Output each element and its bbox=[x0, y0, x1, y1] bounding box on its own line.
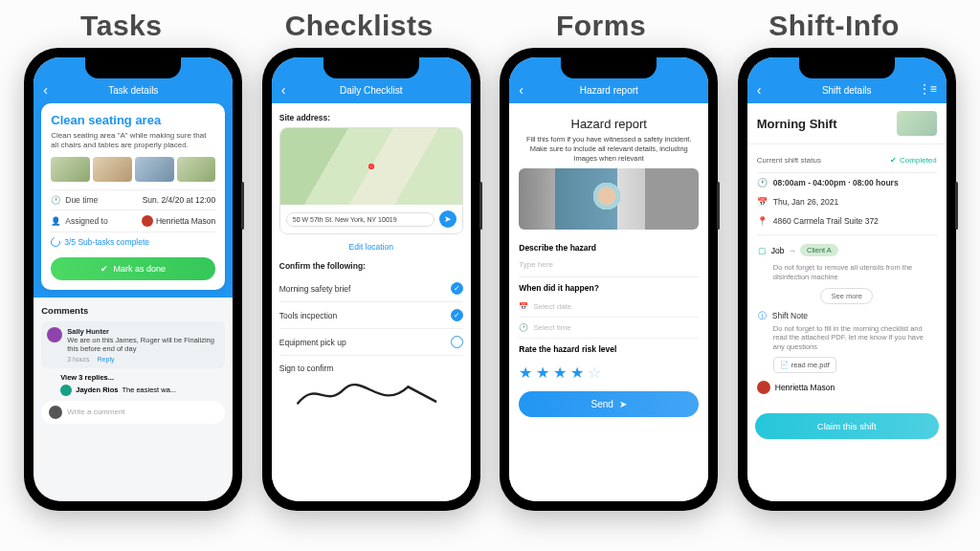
comment-body: The easiest wa... bbox=[122, 386, 176, 394]
comment-item: Jayden Rios The easiest wa... bbox=[60, 385, 225, 396]
checklist-item[interactable]: Tools incpection ✓ bbox=[279, 302, 463, 329]
rating-stars[interactable]: ★ ★ ★ ★ ☆ bbox=[519, 364, 699, 382]
clock-icon: 🕐 bbox=[51, 195, 61, 205]
star-icon[interactable]: ★ bbox=[553, 364, 567, 382]
assigned-value: Henrietta Mason bbox=[156, 216, 215, 226]
photo-thumb[interactable] bbox=[135, 157, 174, 182]
when-label: When did it happen? bbox=[519, 283, 699, 293]
map-view[interactable] bbox=[280, 128, 462, 205]
column-labels: Tasks Checklists Forms Shift-Info bbox=[19, 10, 961, 42]
menu-icon[interactable]: ⋮≡ bbox=[919, 82, 937, 96]
check-icon: ✔ bbox=[100, 264, 108, 274]
clock-icon: 🕐 bbox=[757, 178, 768, 187]
shift-location: 4860 Carmela Trail Suite 372 bbox=[773, 216, 879, 226]
back-icon[interactable]: ‹ bbox=[519, 82, 523, 98]
task-photo-thumbnails[interactable] bbox=[51, 157, 215, 182]
phone-forms: ‹ Hazard report Hazard report Fill this … bbox=[500, 48, 718, 511]
checklist-item[interactable]: Morning safety brief ✓ bbox=[279, 276, 463, 302]
edit-location-link[interactable]: Edit location bbox=[279, 242, 463, 252]
star-icon[interactable]: ★ bbox=[536, 364, 549, 382]
claim-shift-button[interactable]: Claim this shift bbox=[755, 413, 939, 439]
col-label-forms: Forms bbox=[556, 10, 646, 42]
date-input[interactable]: 📅Select date bbox=[519, 297, 699, 318]
phone-shift: ‹ Shift details ⋮≡ Morning Shift Current… bbox=[738, 48, 956, 511]
job-label: Job bbox=[771, 246, 785, 255]
send-button[interactable]: Send ➤ bbox=[519, 391, 699, 417]
mark-done-button[interactable]: ✔ Mark as done bbox=[51, 257, 215, 280]
reply-link[interactable]: Reply bbox=[98, 356, 115, 363]
info-icon: ⓘ bbox=[757, 310, 768, 322]
shift-note-body: Do not forget to fill in the morning che… bbox=[773, 324, 937, 352]
view-replies-link[interactable]: View 3 replies... bbox=[60, 373, 225, 382]
attachment-chip[interactable]: 📄read me.pdf bbox=[773, 357, 836, 373]
user-icon: 👤 bbox=[51, 216, 61, 226]
task-title: Clean seating area bbox=[51, 113, 215, 127]
confirm-heading: Confirm the following: bbox=[279, 261, 463, 271]
time-input[interactable]: 🕐Select time bbox=[519, 318, 699, 339]
photo-thumb[interactable] bbox=[51, 157, 90, 182]
checkbox-icon[interactable] bbox=[451, 336, 463, 348]
back-icon[interactable]: ‹ bbox=[43, 82, 48, 98]
see-more-button[interactable]: See more bbox=[820, 288, 873, 304]
photo-thumb[interactable] bbox=[93, 157, 132, 182]
shift-title: Morning Shift bbox=[757, 117, 837, 131]
avatar[interactable] bbox=[60, 385, 72, 396]
checkbox-icon[interactable]: ✓ bbox=[451, 282, 463, 295]
file-icon: 📄 bbox=[780, 361, 789, 369]
form-subtitle: Fill this form if you have witnessed a s… bbox=[519, 135, 699, 163]
rate-label: Rate the hazard risk level bbox=[519, 344, 699, 354]
avatar bbox=[49, 406, 62, 419]
photo-thumb[interactable] bbox=[177, 157, 216, 182]
briefcase-icon: ▢ bbox=[757, 246, 768, 255]
pin-icon: 📍 bbox=[757, 216, 768, 226]
avatar[interactable] bbox=[142, 215, 153, 227]
col-label-checklists: Checklists bbox=[285, 10, 434, 42]
status-badge: ✔Completed bbox=[890, 156, 937, 165]
check-icon: ✔ bbox=[890, 156, 897, 165]
checklist-item[interactable]: Equipment pick up bbox=[279, 329, 463, 356]
checkbox-icon[interactable]: ✓ bbox=[451, 309, 463, 321]
task-card: Clean seating area Clean seating area "A… bbox=[41, 103, 225, 290]
comment-body: We are on this James, Roger will be Fina… bbox=[67, 336, 219, 353]
star-icon[interactable]: ★ bbox=[570, 364, 584, 382]
phone-tasks: ‹ Task details Clean seating area Clean … bbox=[24, 48, 242, 511]
address-field[interactable]: 50 W 57th St. New York, NY 10019 bbox=[286, 212, 434, 227]
comment-author: Sally Hunter bbox=[67, 327, 219, 336]
shift-time: 08:00am - 04:00pm · 08:00 hours bbox=[773, 178, 899, 187]
calendar-icon: 📅 bbox=[757, 197, 768, 207]
job-note: Do not forget to remove all utensils fro… bbox=[773, 263, 937, 282]
write-comment-input[interactable]: Write a comment bbox=[41, 401, 225, 424]
status-label: Current shift status bbox=[757, 156, 821, 165]
comment-item: Sally Hunter We are on this James, Roger… bbox=[41, 321, 225, 368]
mini-map[interactable] bbox=[897, 111, 937, 136]
star-icon[interactable]: ★ bbox=[519, 364, 532, 382]
assignee-row[interactable]: Henrietta Mason bbox=[757, 373, 937, 402]
signature-pad[interactable] bbox=[279, 375, 463, 413]
shift-note-heading: Shift Note bbox=[772, 311, 808, 320]
site-address-label: Site address: bbox=[279, 113, 463, 122]
comments-heading: Comments bbox=[41, 305, 225, 316]
due-label: Due time bbox=[65, 195, 98, 205]
page-title: Daily Checklist bbox=[340, 85, 403, 96]
avatar[interactable] bbox=[47, 327, 62, 342]
describe-input[interactable]: Type here bbox=[519, 256, 699, 277]
map-card: 50 W 57th St. New York, NY 10019 ➤ bbox=[279, 127, 463, 234]
back-icon[interactable]: ‹ bbox=[281, 82, 286, 98]
progress-icon bbox=[49, 235, 62, 249]
comment-author: Jayden Rios bbox=[76, 386, 118, 394]
avatar bbox=[757, 381, 770, 394]
navigate-button[interactable]: ➤ bbox=[439, 210, 457, 228]
task-description: Clean seating area "A" while making sure… bbox=[51, 131, 215, 151]
job-client-pill[interactable]: Client A bbox=[800, 244, 838, 256]
form-title: Hazard report bbox=[519, 117, 699, 131]
star-icon[interactable]: ☆ bbox=[588, 364, 601, 382]
subtasks-row[interactable]: 3/5 Sub-tasks complete bbox=[51, 231, 215, 252]
sign-label: Sign to confirm bbox=[279, 364, 463, 373]
calendar-icon: 📅 bbox=[519, 302, 528, 311]
assignee-name: Henrietta Mason bbox=[775, 383, 835, 392]
send-icon: ➤ bbox=[619, 399, 627, 409]
back-icon[interactable]: ‹ bbox=[757, 82, 762, 98]
due-value: Sun. 2/4/20 at 12:00 bbox=[143, 195, 216, 205]
page-title: Hazard report bbox=[580, 85, 638, 96]
comment-time: 3 hours bbox=[67, 356, 89, 363]
